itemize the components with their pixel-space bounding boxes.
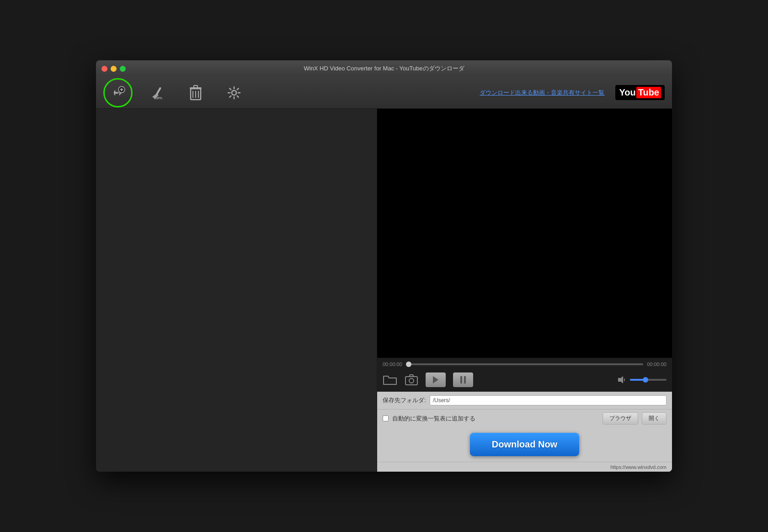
timeline-thumb[interactable] <box>406 362 411 367</box>
camera-icon <box>405 373 418 386</box>
app-window: WinX HD Video Converter for Mac - YouTub… <box>96 60 672 472</box>
settings-icon <box>225 84 243 101</box>
toolbar: 100% <box>96 77 672 109</box>
pause-icon <box>459 376 467 384</box>
add-url-button[interactable] <box>103 78 133 107</box>
folder-open-button[interactable] <box>383 373 397 386</box>
svg-marker-16 <box>433 376 438 383</box>
svg-point-13 <box>232 90 236 95</box>
svg-marker-19 <box>618 376 623 383</box>
timeline-row: 00:00:00 00:00:00 <box>383 362 667 367</box>
controls-row <box>383 371 667 389</box>
clean-button[interactable]: 100% <box>144 80 171 106</box>
play-icon <box>432 376 439 384</box>
volume-button[interactable] <box>617 375 627 384</box>
screenshot-button[interactable] <box>405 373 418 386</box>
status-url: https://www.winxdvd.com <box>610 464 667 470</box>
status-bar: https://www.winxdvd.com <box>377 462 672 472</box>
svg-rect-18 <box>464 376 466 383</box>
play-button[interactable] <box>426 372 446 387</box>
timeline-track[interactable] <box>406 363 643 365</box>
youtube-logo: You Tube <box>615 85 665 100</box>
clean-icon: 100% <box>149 84 166 101</box>
svg-rect-14 <box>405 377 417 385</box>
auto-add-label: 自動的に変換一覧表に追加する <box>392 415 599 423</box>
main-content: 00:00:00 00:00:00 <box>96 109 672 472</box>
youtube-tube-label: Tube <box>636 87 661 98</box>
time-end: 00:00:00 <box>647 362 667 367</box>
svg-rect-4 <box>120 89 123 90</box>
browse-button[interactable]: ブラウザ <box>603 412 638 425</box>
right-panel: 00:00:00 00:00:00 <box>377 109 672 472</box>
volume-icon <box>617 375 627 384</box>
download-row: Download Now <box>377 427 672 462</box>
save-path-field[interactable]: /Users/ <box>430 395 667 405</box>
svg-rect-0 <box>114 92 117 94</box>
volume-fill <box>630 379 644 381</box>
volume-thumb[interactable] <box>643 377 648 383</box>
open-button[interactable]: 開く <box>642 412 667 425</box>
delete-button[interactable] <box>182 80 209 106</box>
title-bar: WinX HD Video Converter for Mac - YouTub… <box>96 60 672 77</box>
svg-rect-9 <box>194 85 197 88</box>
minimize-button[interactable] <box>111 66 117 72</box>
delete-icon <box>188 84 203 101</box>
volume-section <box>617 375 667 384</box>
save-folder-label: 保存先フォルダ: <box>383 396 426 404</box>
media-controls: 00:00:00 00:00:00 <box>377 358 672 392</box>
bottom-section: 保存先フォルダ: /Users/ 自動的に変換一覧表に追加する ブラウザ 開く … <box>377 392 672 472</box>
time-start: 00:00:00 <box>383 362 402 367</box>
maximize-button[interactable] <box>120 66 126 72</box>
svg-text:100%: 100% <box>154 96 163 100</box>
traffic-lights <box>101 66 126 72</box>
pause-button[interactable] <box>453 372 473 387</box>
options-row: 自動的に変換一覧表に追加する ブラウザ 開く <box>377 410 672 427</box>
save-folder-row: 保存先フォルダ: /Users/ <box>377 392 672 410</box>
video-preview <box>377 109 672 358</box>
youtube-you-label: You <box>619 87 635 98</box>
volume-track[interactable] <box>630 379 667 381</box>
svg-point-15 <box>409 378 414 383</box>
left-panel <box>96 109 377 472</box>
close-button[interactable] <box>101 66 107 72</box>
toolbar-right: ダウンロード出来る動画・音楽共有サイト一覧 You Tube <box>480 85 665 100</box>
add-url-icon <box>110 85 126 101</box>
settings-button[interactable] <box>220 80 248 106</box>
folder-icon <box>383 373 397 386</box>
auto-add-checkbox[interactable] <box>383 415 389 421</box>
window-title: WinX HD Video Converter for Mac - YouTub… <box>304 64 464 73</box>
download-now-button[interactable]: Download Now <box>470 433 579 456</box>
sites-link[interactable]: ダウンロード出来る動画・音楽共有サイト一覧 <box>480 89 604 97</box>
svg-rect-17 <box>460 376 462 383</box>
